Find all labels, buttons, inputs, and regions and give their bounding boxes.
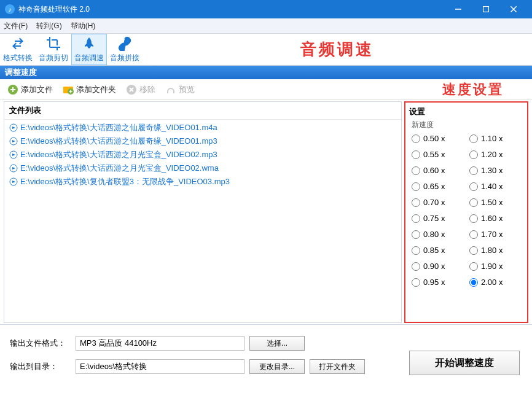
app-icon: ♪ (5, 4, 15, 14)
speed-radio[interactable] (469, 182, 478, 191)
speed-option[interactable]: 1.70 x (469, 230, 523, 239)
speed-radio[interactable] (469, 230, 478, 239)
speed-radio[interactable] (469, 246, 478, 255)
file-row[interactable]: E:\videos\格式转换\复仇者联盟3：无限战争_VIDEO03.mp3 (4, 175, 401, 189)
output-dir-label: 输出到目录： (6, 361, 71, 372)
start-wrap: 开始调整速度 (403, 331, 526, 395)
add-file-button[interactable]: 添加文件 (4, 82, 57, 97)
speed-option[interactable]: 1.50 x (469, 198, 523, 207)
tool-label: 音频拼接 (110, 53, 139, 63)
speed-radio[interactable] (412, 278, 420, 287)
speed-radio[interactable] (412, 182, 420, 191)
speed-option[interactable]: 2.00 x (469, 278, 523, 287)
speed-option[interactable]: 1.10 x (469, 134, 523, 143)
file-list: E:\videos\格式转换\大话西游之仙履奇缘_VIDEO01.m4aE:\v… (4, 120, 401, 322)
output-format-row: 输出文件格式： MP3 高品质 44100Hz 选择... (6, 336, 403, 351)
speed-radio[interactable] (412, 150, 420, 159)
speed-value: 1.50 x (481, 198, 503, 207)
rocket-icon (82, 36, 96, 51)
speed-value: 0.65 x (423, 182, 445, 191)
speed-radio[interactable] (469, 166, 478, 175)
speed-radio[interactable] (469, 150, 478, 159)
speed-value: 2.00 x (481, 278, 503, 287)
main-area: 文件列表 E:\videos\格式转换\大话西游之仙履奇缘_VIDEO01.m4… (0, 100, 532, 324)
convert-icon (10, 36, 25, 51)
speed-radio[interactable] (412, 214, 420, 223)
start-button[interactable]: 开始调整速度 (409, 351, 520, 375)
speed-option[interactable]: 0.95 x (412, 278, 466, 287)
page-headline: 音频调速 (143, 34, 532, 65)
output-format-field[interactable]: MP3 高品质 44100Hz (76, 336, 244, 351)
speed-value: 0.50 x (423, 134, 445, 143)
menu-file[interactable]: 文件(F) (4, 21, 28, 31)
output-format-label: 输出文件格式： (6, 338, 71, 349)
speed-radio[interactable] (469, 198, 478, 207)
file-row[interactable]: E:\videos\格式转换\大话西游之仙履奇缘_VIDEO01.m4a (4, 121, 401, 134)
tool-audio-speed[interactable]: 音频调速 (71, 34, 107, 65)
window-title: 神奇音频处理软件 2.0 (18, 4, 444, 15)
speed-radio[interactable] (412, 262, 420, 271)
close-button[interactable] (499, 0, 527, 18)
toolbar: 格式转换 音频剪切 音频调速 音频拼接 音频调速 (0, 34, 532, 66)
tool-format-convert[interactable]: 格式转换 (0, 34, 36, 65)
choose-format-button[interactable]: 选择... (249, 336, 305, 351)
speed-value: 1.60 x (481, 214, 503, 223)
speed-option[interactable]: 1.90 x (469, 262, 523, 271)
speed-option[interactable]: 0.80 x (412, 230, 466, 239)
speed-option[interactable]: 0.75 x (412, 214, 466, 223)
speed-option[interactable]: 1.30 x (469, 166, 523, 175)
file-row[interactable]: E:\videos\格式转换\大话西游之月光宝盒_VIDEO02.wma (4, 162, 401, 175)
maximize-button[interactable] (472, 0, 499, 18)
speed-radio[interactable] (469, 134, 478, 143)
speed-option[interactable]: 0.90 x (412, 262, 466, 271)
speed-value: 0.95 x (423, 278, 445, 287)
add-folder-button[interactable]: 添加文件夹 (59, 82, 120, 97)
audio-file-icon (9, 123, 18, 132)
output-dir-field[interactable]: E:\videos\格式转换 (76, 359, 244, 374)
speed-radio[interactable] (412, 230, 420, 239)
change-dir-button[interactable]: 更改目录... (249, 359, 305, 374)
speed-option[interactable]: 0.65 x (412, 182, 466, 191)
speed-radio[interactable] (469, 278, 478, 287)
tool-audio-merge[interactable]: 音频拼接 (107, 34, 143, 65)
svg-rect-1 (483, 7, 488, 12)
speed-option[interactable]: 1.60 x (469, 214, 523, 223)
speed-value: 0.75 x (423, 214, 445, 223)
settings-subtitle: 新速度 (409, 120, 523, 130)
preview-button[interactable]: 预览 (162, 82, 198, 97)
speed-option[interactable]: 0.85 x (412, 246, 466, 255)
speed-value: 0.90 x (423, 262, 445, 271)
menu-help[interactable]: 帮助(H) (71, 21, 96, 31)
file-path: E:\videos\格式转换\复仇者联盟3：无限战争_VIDEO03.mp3 (20, 176, 230, 187)
speed-radio[interactable] (412, 198, 420, 207)
speed-radio[interactable] (469, 214, 478, 223)
tool-audio-cut[interactable]: 音频剪切 (36, 34, 71, 65)
speed-grid: 0.50 x1.10 x0.55 x1.20 x0.60 x1.30 x0.65… (409, 134, 523, 287)
speed-radio[interactable] (412, 134, 420, 143)
speed-value: 1.80 x (481, 246, 503, 255)
file-list-title: 文件列表 (4, 102, 401, 120)
file-path: E:\videos\格式转换\大话西游之月光宝盒_VIDEO02.mp3 (20, 149, 217, 160)
remove-label: 移除 (139, 84, 155, 95)
open-folder-button[interactable]: 打开文件夹 (310, 359, 365, 374)
speed-value: 1.20 x (481, 150, 503, 159)
minimize-button[interactable] (444, 0, 472, 18)
speed-option[interactable]: 0.60 x (412, 166, 466, 175)
speed-option[interactable]: 1.80 x (469, 246, 523, 255)
speed-option[interactable]: 0.50 x (412, 134, 466, 143)
speed-option[interactable]: 0.70 x (412, 198, 466, 207)
tool-label: 音频调速 (74, 53, 104, 63)
menu-goto[interactable]: 转到(G) (36, 21, 61, 31)
speed-radio[interactable] (469, 262, 478, 271)
speed-option[interactable]: 1.40 x (469, 182, 523, 191)
speed-radio[interactable] (412, 166, 420, 175)
file-row[interactable]: E:\videos\格式转换\大话西游之仙履奇缘_VIDEO01.mp3 (4, 134, 401, 148)
speed-option[interactable]: 1.20 x (469, 150, 523, 159)
speed-radio[interactable] (412, 246, 420, 255)
settings-title: 设置 (409, 105, 523, 120)
remove-button[interactable]: 移除 (122, 82, 159, 97)
file-row[interactable]: E:\videos\格式转换\大话西游之月光宝盒_VIDEO02.mp3 (4, 148, 401, 162)
speed-value: 0.60 x (423, 166, 445, 175)
settings-panel: 设置 新速度 0.50 x1.10 x0.55 x1.20 x0.60 x1.3… (404, 101, 528, 323)
speed-option[interactable]: 0.55 x (412, 150, 466, 159)
